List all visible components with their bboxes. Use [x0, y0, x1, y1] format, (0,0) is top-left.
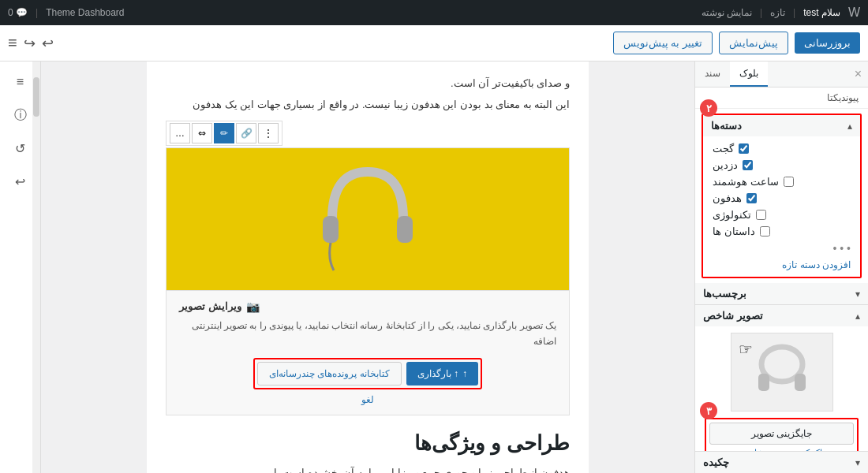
- svg-point-3: [779, 402, 785, 404]
- peyvendikta-label: پیوندیکتا: [695, 88, 868, 109]
- editor-area: و صدای باکیفیت‌تر آن است. این البته به م…: [41, 61, 694, 473]
- media-library-button[interactable]: کتابخانه پرونده‌های چندرسانه‌ای: [257, 362, 402, 385]
- category-checkbox-headphone[interactable]: [746, 193, 757, 203]
- image-caption-title: ویرایش تصویر: [179, 300, 241, 312]
- badge-3: ۳: [700, 402, 717, 419]
- image-action-buttons-highlight: ↑ ↑ بارگذاری کتابخانه پرونده‌های چندرسان…: [253, 358, 482, 389]
- image-caption-area: 📷 ویرایش تصویر یک تصویر بارگذاری نمایید،…: [166, 290, 569, 415]
- image-toolbar-link-btn[interactable]: 🔗: [236, 123, 256, 143]
- image-toolbar-more-btn[interactable]: ⋮: [258, 123, 279, 143]
- scroll-thumb[interactable]: [33, 77, 39, 117]
- category-item-smartwatch: ساعت هوشمند: [713, 176, 851, 188]
- tab-document[interactable]: سند: [695, 61, 730, 87]
- featured-image-title: تصویر شاخص: [703, 310, 763, 322]
- category-checkbox-smartwatch[interactable]: [784, 177, 794, 187]
- menu-icon[interactable]: ≡: [8, 34, 17, 52]
- top-bar-preview-link[interactable]: نمایش نوشته: [702, 7, 752, 18]
- image-action-buttons-wrapper: ↑ ↑ بارگذاری کتابخانه پرونده‌های چندرسان…: [179, 358, 556, 389]
- top-bar-right: Theme Dashboard | 💬 0: [8, 7, 125, 18]
- featured-image-actions-highlight: جایگزینی تصویر پاک کردن تصویر شاخص: [705, 418, 859, 451]
- right-panel-info-btn[interactable]: ⓘ: [6, 101, 35, 129]
- right-panel-menu-btn[interactable]: ≡: [6, 68, 35, 96]
- category-label-gadget: گجت: [713, 143, 734, 155]
- category-item-tech: تکنولوژی: [713, 209, 851, 221]
- svg-rect-5: [397, 216, 413, 243]
- categories-collapse-icon: ▴: [847, 121, 852, 132]
- categories-highlight-box: ▴ دسته‌ها گجت دزدین ساعت هوشمند: [702, 114, 862, 278]
- featured-image-collapse-icon: ▴: [855, 311, 860, 322]
- top-bar: W سلام test | تازه | نمایش نوشته Theme D…: [0, 0, 868, 25]
- svg-rect-2: [795, 374, 806, 391]
- categories-title: دسته‌ها: [711, 120, 742, 132]
- theme-dashboard-link[interactable]: Theme Dashboard: [46, 7, 124, 18]
- category-item-dozdin: دزدین: [713, 159, 851, 171]
- headphone-image-area: [166, 148, 569, 290]
- section-body-1: هدفون از طراحی زیبا و جوری جمع و مزایایی…: [166, 464, 570, 473]
- categories-section-header[interactable]: ▴ دسته‌ها: [703, 115, 860, 136]
- excerpt-collapse-icon: ▾: [855, 457, 860, 468]
- featured-image-header[interactable]: ▴ تصویر شاخص: [695, 305, 868, 326]
- section-heading: طراحی و ویژگی‌ها: [166, 431, 570, 456]
- add-category-link[interactable]: افزودن دسته تازه: [713, 259, 851, 270]
- top-bar-new[interactable]: تازه: [770, 7, 785, 18]
- tags-section: ▾ برچسب‌ها: [695, 283, 868, 305]
- admin-toolbar: بروزرسانی پیش‌نمایش تغییر به پیش‌نویس ↩ …: [0, 25, 868, 61]
- categories-content: گجت دزدین ساعت هوشمند هدفون: [703, 136, 860, 277]
- category-checkbox-dozdin[interactable]: [743, 160, 753, 170]
- svg-rect-1: [758, 374, 769, 391]
- category-item-gadget: گجت: [713, 143, 851, 155]
- right-panel: ≡ ⓘ ↺ ↩: [0, 61, 41, 473]
- category-checkbox-tech[interactable]: [756, 210, 766, 220]
- image-toolbar-align-btn[interactable]: ⇔: [192, 123, 212, 143]
- tab-block[interactable]: بلوک: [730, 61, 768, 87]
- headphone-svg: [316, 156, 419, 282]
- right-panel-undo-btn[interactable]: ↩: [6, 167, 35, 196]
- preview-button[interactable]: پیش‌نمایش: [719, 32, 788, 54]
- editor-canvas: و صدای باکیفیت‌تر آن است. این البته به م…: [147, 61, 589, 473]
- close-sidebar-button[interactable]: ×: [855, 67, 862, 81]
- top-bar-left: W سلام test | تازه | نمایش نوشته: [702, 6, 860, 20]
- change-to-draft-button[interactable]: تغییر به پیش‌نویس: [613, 32, 713, 54]
- update-button[interactable]: بروزرسانی: [795, 32, 860, 54]
- image-caption-desc: یک تصویر بارگذاری نمایید، یکی را از کتاب…: [179, 318, 556, 350]
- undo-button[interactable]: ↩: [42, 35, 54, 52]
- tags-title: برچسب‌ها: [703, 288, 746, 300]
- featured-image-section: ▴ تصویر شاخص ☞: [695, 305, 868, 451]
- category-item-headphone: هدفون: [713, 192, 851, 204]
- svg-rect-4: [323, 216, 339, 243]
- image-caption-title-row: 📷 ویرایش تصویر: [179, 300, 556, 313]
- category-checkbox-gadget[interactable]: [739, 143, 749, 154]
- image-block-toolbar: ⋮ 🔗 ✏ ⇔ …: [166, 121, 282, 146]
- tags-collapse-icon: ▾: [855, 289, 860, 300]
- top-bar-site-name[interactable]: سلام test: [803, 7, 840, 18]
- editor-text-top-1: و صدای باکیفیت‌تر آن است.: [166, 74, 570, 92]
- cancel-link[interactable]: لغو: [179, 394, 556, 405]
- excerpt-title: چکیده: [703, 456, 729, 468]
- featured-image-preview: [731, 333, 833, 412]
- upload-icon: ↑: [462, 368, 467, 379]
- category-label-stories: داستان ها: [713, 225, 755, 237]
- headphone-small-svg: [750, 341, 814, 404]
- image-toolbar-edit-btn[interactable]: ✏: [214, 123, 234, 143]
- image-block: 📷 ویرایش تصویر یک تصویر بارگذاری نمایید،…: [166, 147, 570, 415]
- camera-icon: 📷: [246, 300, 260, 313]
- upload-button[interactable]: ↑ ↑ بارگذاری: [406, 362, 478, 385]
- category-label-dozdin: دزدین: [713, 159, 738, 171]
- category-label-headphone: هدفون: [713, 192, 742, 204]
- remove-featured-image-link[interactable]: پاک کردن تصویر شاخص: [709, 448, 854, 451]
- right-panel-refresh-btn[interactable]: ↺: [6, 134, 35, 162]
- badge-2: ۲: [700, 99, 717, 117]
- editor-text-top-2: این البته به معنای بد بودن این هدفون زیب…: [166, 95, 570, 114]
- scroll-track: [32, 61, 40, 473]
- category-label-smartwatch: ساعت هوشمند: [713, 176, 779, 188]
- category-checkbox-stories[interactable]: [760, 226, 770, 236]
- replace-image-button[interactable]: جایگزینی تصویر: [709, 423, 854, 445]
- wp-icon: W: [848, 6, 860, 20]
- excerpt-section-header[interactable]: ▾ چکیده: [695, 451, 868, 473]
- comments-count[interactable]: 💬 0: [8, 7, 28, 18]
- image-toolbar-options-btn[interactable]: …: [170, 123, 190, 143]
- redo-button[interactable]: ↪: [24, 35, 36, 52]
- more-categories-dots: • • •: [713, 242, 851, 255]
- tags-header[interactable]: ▾ برچسب‌ها: [695, 283, 868, 304]
- featured-image-content: جایگزینی تصویر پاک کردن تصویر شاخص: [695, 326, 868, 451]
